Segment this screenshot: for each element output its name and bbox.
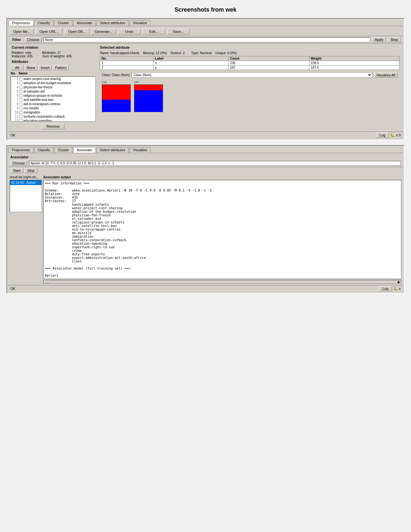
stop-button[interactable]: Stop [388, 37, 401, 42]
bar-chart-2: 187 [134, 81, 163, 112]
apply-button[interactable]: Apply [372, 37, 386, 42]
main-content-1: Current relation Relation: vote Attribut… [8, 44, 403, 132]
visualize-all-button[interactable]: Visualize All [374, 73, 398, 78]
list-item[interactable]: 12education-spending [11, 119, 95, 122]
bar-blue-1 [102, 100, 131, 112]
output-box[interactable]: === Run information === Scheme: weka.ass… [43, 180, 401, 279]
attr-value-table: No. Label Count Weight 1 n 236 236.0 [100, 56, 399, 70]
list-item[interactable]: 5el-salvador-aid [11, 89, 95, 94]
list-item[interactable]: 11synfuels-corporation-cutback [11, 114, 95, 119]
tab-bar-2: Preprocess Classify Cluster Associate Se… [8, 147, 403, 153]
bar-blue-2 [134, 90, 163, 112]
horizontal-scrollbar[interactable]: ▶ [43, 280, 401, 284]
list-item[interactable]: 9mx-missile [11, 106, 95, 110]
log-icon-1: 🐛 [390, 133, 395, 137]
class-row: Class: Class (Nom) Class (Nom) Visualize… [100, 71, 399, 79]
status-bar-2: OK Log 🐛 x [8, 285, 403, 292]
tab-visualize-1[interactable]: Visualize [130, 20, 151, 26]
list-item[interactable]: 2water-project-cost-sharing [11, 77, 95, 81]
page-title: Screenshots from wek [6, 6, 405, 13]
output-label: Associator output [43, 175, 401, 179]
tab-associate-2[interactable]: Associate [73, 147, 96, 153]
start-button[interactable]: Start [10, 168, 23, 173]
attribute-list[interactable]: 2water-project-cost-sharing 3adoption-of… [11, 76, 96, 122]
tab-preprocess-2[interactable]: Preprocess [8, 147, 34, 153]
pattern-button[interactable]: Pattern [53, 65, 69, 70]
distinct-label: Distinct: [171, 51, 182, 55]
tab-select-attrs-1[interactable]: Select attributes [96, 20, 129, 26]
open-file-button[interactable]: Open file... [10, 29, 34, 34]
col-no: No. [100, 56, 154, 61]
remove-area: Remove [10, 123, 97, 130]
filter-row: Filter Choose None Apply Stop [8, 36, 403, 44]
open-url-button[interactable]: Open URL... [36, 29, 63, 34]
tab-classify-2[interactable]: Classify [34, 147, 54, 153]
open-db-button[interactable]: Open DB... [64, 29, 89, 34]
col-weight: Weight [309, 56, 399, 61]
tab-associate-1[interactable]: Associate [73, 20, 96, 26]
tab-bar-1: Preprocess Classify Cluster Associate Se… [8, 20, 403, 26]
chart-area: 236 187 [100, 79, 399, 114]
missing-value: 12 (3%) [156, 51, 167, 55]
log-button-2[interactable]: Log [379, 286, 392, 291]
attr-buttons: All None Invert Pattern [10, 64, 97, 71]
list-item[interactable]: 4physician-fee-freeze [11, 85, 95, 89]
all-button[interactable]: All [11, 65, 24, 70]
row1-label: n [154, 61, 229, 65]
col-count: Count [229, 56, 309, 61]
tab-preprocess-1[interactable]: Preprocess [8, 20, 34, 26]
instance-count: 435 [27, 54, 33, 58]
save-button[interactable]: Save... [167, 29, 190, 34]
tab-cluster-1[interactable]: Cluster [54, 20, 73, 26]
scrollbar-thumb[interactable] [44, 280, 50, 283]
none-button[interactable]: None [24, 65, 37, 70]
edit-button[interactable]: Edit... [142, 29, 165, 34]
tab-classify-1[interactable]: Classify [34, 20, 54, 26]
assoc-choose-button[interactable]: Choose [10, 161, 27, 166]
class-select[interactable]: Class (Nom) [132, 72, 372, 78]
table-row: 2 y 187 187.0 [100, 65, 399, 70]
list-item[interactable]: 3adoption-of-the-budget-resolution [11, 81, 95, 85]
sum-weights: 435 [66, 54, 72, 58]
bar-red-2 [134, 85, 163, 90]
log-button-1[interactable]: Log [376, 133, 389, 138]
assoc-body: result list (right-clic... 02:14:48 - Ap… [8, 174, 403, 285]
assoc-choose-value: Apriori -N 10 -T 0 -C 0.9 -D 0.05 -U 1.0… [29, 161, 401, 166]
scroll-arrow-right[interactable]: ▶ [397, 280, 401, 284]
list-item[interactable]: 7anti-satellite-test-ban [11, 98, 95, 102]
tab-visualize-2[interactable]: Visualize [130, 147, 151, 153]
list-item[interactable]: 10immigration [11, 110, 95, 114]
status-ok-2: OK [10, 287, 15, 291]
name-label: Name: [100, 51, 109, 55]
attr-count: 17 [57, 51, 61, 54]
distinct-value: 2 [183, 51, 185, 55]
result-list-area: result list (right-clic... 02:14:48 - Ap… [10, 175, 42, 284]
start-stop-row: Start Stop [8, 167, 403, 174]
result-list[interactable]: 02:14:48 - Apriori [10, 180, 42, 212]
selected-attr-info: Name: handicapped-infants Missing: 12 (3… [98, 50, 401, 115]
stop-button-2[interactable]: Stop [24, 168, 37, 173]
log-count-1: x 0 [396, 133, 401, 137]
list-item[interactable]: 6religious-groups-in-schools [11, 94, 95, 98]
row2-no: 2 [100, 65, 154, 70]
selected-attr-label: Selected attribute [98, 45, 401, 50]
remove-button[interactable]: Remove [42, 123, 64, 129]
invert-button[interactable]: Invert [38, 65, 52, 70]
filter-choose-button[interactable]: Choose [25, 37, 42, 42]
generate-button[interactable]: Generate... [91, 29, 116, 34]
bar-container-1 [102, 84, 131, 112]
log-icon-2: 🐛 [393, 287, 398, 291]
type-value: Nominal [200, 51, 212, 55]
assoc-choose-row: Choose Apriori -N 10 -T 0 -C 0.9 -D 0.05… [8, 160, 403, 167]
log-count-2: x [399, 287, 401, 291]
tab-cluster-2[interactable]: Cluster [54, 147, 73, 153]
col-label: Label [154, 56, 229, 61]
bar-chart-1: 236 [102, 81, 131, 112]
result-item[interactable]: 02:14:48 - Apriori [10, 180, 42, 185]
tab-select-attrs-2[interactable]: Select attributes [96, 147, 129, 153]
chart2-label-y: 187 [134, 81, 139, 84]
undo-button[interactable]: Undo [118, 29, 141, 34]
list-item[interactable]: 8aid-to-nicaraguan-contras [11, 102, 95, 106]
class-label: Class: Class (Nom) [102, 73, 130, 77]
attributes-label: Attributes [10, 59, 97, 64]
